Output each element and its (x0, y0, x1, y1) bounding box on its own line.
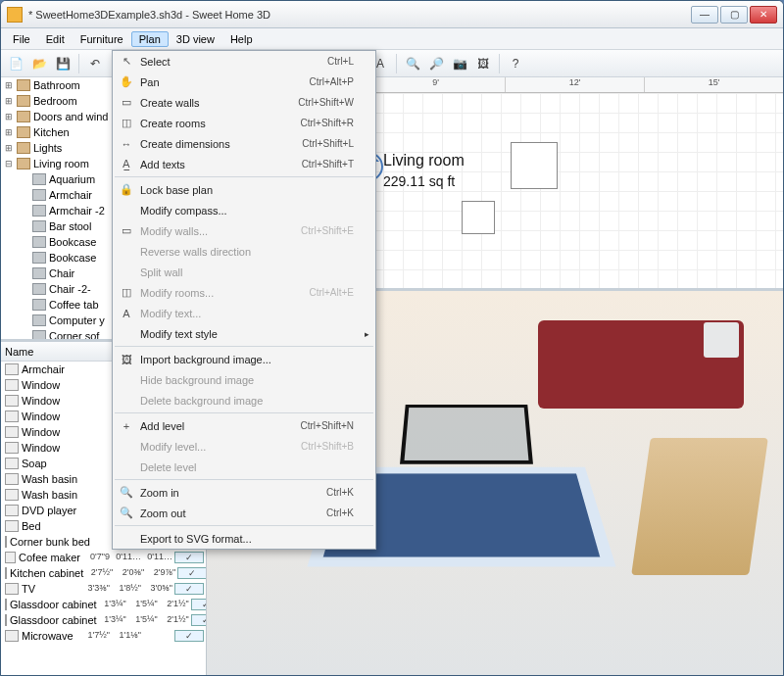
menu-shortcut: Ctrl+Alt+E (309, 287, 354, 298)
menu-item-create-walls[interactable]: ▭Create wallsCtrl+Shift+W (113, 92, 375, 113)
menu-icon: ◫ (119, 285, 134, 301)
new-button[interactable]: 📄 (5, 53, 26, 74)
photo-button[interactable]: 🖼 (472, 53, 494, 74)
menu-item-create-dimensions[interactable]: ↔Create dimensionsCtrl+Shift+L (113, 133, 375, 154)
undo-button[interactable]: ↶ (84, 53, 106, 74)
item-name: Armchair (22, 363, 65, 375)
item-icon (5, 395, 19, 407)
menu-3d-view[interactable]: 3D view (169, 31, 222, 47)
menu-label: Hide background image (140, 374, 254, 386)
menu-item-delete-level: Delete level (113, 457, 375, 477)
menu-item-select[interactable]: ↖SelectCtrl+L (113, 51, 375, 72)
item-name: Window (22, 395, 60, 407)
ruler-mark: 9' (366, 77, 505, 92)
item-icon (5, 379, 19, 391)
item-icon (32, 220, 46, 232)
zoomin-button[interactable]: 🔍 (402, 53, 423, 74)
list-row[interactable]: Microwave1'7½"1'1⅛"✓ (1, 628, 206, 644)
menu-plan[interactable]: Plan (131, 31, 169, 47)
menu-item-export-to-svg-format[interactable]: Export to SVG format... (113, 528, 375, 549)
visibility-checkbox[interactable]: ✓ (174, 552, 204, 563)
menu-item-pan[interactable]: ✋PanCtrl+Alt+P (113, 72, 375, 92)
item-icon (5, 426, 19, 438)
room-area: 229.11 sq ft (383, 173, 455, 189)
item-icon (5, 489, 19, 501)
menu-item-add-level[interactable]: +Add levelCtrl+Shift+N (113, 415, 375, 436)
folder-icon (17, 95, 30, 107)
menu-item-hide-background-image: Hide background image (113, 369, 375, 390)
tree-label: Chair (49, 267, 74, 279)
tree-label: Kitchen (33, 126, 70, 138)
menu-shortcut: Ctrl+Shift+N (301, 420, 354, 431)
camera-button[interactable]: 📷 (449, 53, 470, 74)
titlebar[interactable]: * SweetHome3DExample3.sh3d - Sweet Home … (1, 1, 783, 28)
zoomout-button[interactable]: 🔎 (425, 53, 447, 74)
menu-item-zoom-out[interactable]: 🔍Zoom outCtrl+K (113, 503, 375, 523)
menu-shortcut: Ctrl+Shift+W (298, 97, 354, 108)
menu-item-import-background-image[interactable]: 🖼Import background image... (113, 349, 375, 369)
menu-label: Modify level... (140, 441, 206, 453)
menu-item-split-wall: Split wall (113, 262, 375, 282)
visibility-checkbox[interactable]: ✓ (177, 567, 206, 579)
window-title: * SweetHome3DExample3.sh3d - Sweet Home … (28, 9, 691, 21)
menu-label: Lock base plan (140, 184, 213, 196)
save-button[interactable]: 💾 (52, 53, 74, 74)
menu-item-add-texts[interactable]: A̲Add textsCtrl+Shift+T (113, 154, 375, 174)
expand-icon[interactable]: ⊟ (5, 159, 17, 169)
list-row[interactable]: Glassdoor cabinet1'3¼"1'5¼"2'1½"✓ (1, 597, 206, 612)
open-button[interactable]: 📂 (28, 53, 50, 74)
minimize-button[interactable]: — (691, 6, 718, 24)
list-row[interactable]: Cofee maker0'7"90'11…0'11…✓ (1, 550, 206, 565)
tree-label: Doors and wind (33, 111, 108, 122)
item-name: Glassdoor cabinet (10, 599, 97, 610)
menu-help[interactable]: Help (222, 31, 261, 47)
menu-file[interactable]: File (5, 31, 38, 47)
list-row[interactable]: TV3'3⅜"1'8½"3'0⅝"✓ (1, 581, 206, 597)
expand-icon[interactable]: ⊞ (5, 112, 17, 121)
list-row[interactable]: Kitchen cabinet2'7½"2'0⅜"2'9⅞"✓ (1, 565, 206, 581)
menu-item-modify-text-style[interactable]: Modify text style▸ (113, 323, 375, 344)
menu-icon: 🔍 (119, 506, 134, 521)
coffee-table-3d (400, 405, 533, 464)
item-name: Window (22, 379, 60, 391)
window-frame: * SweetHome3DExample3.sh3d - Sweet Home … (0, 0, 784, 676)
app-icon (7, 7, 23, 23)
expand-icon[interactable]: ⊞ (5, 80, 17, 90)
menu-icon: ▭ (119, 223, 134, 239)
menu-icon: ↔ (119, 136, 134, 152)
menu-label: Modify text style (140, 328, 218, 340)
menu-furniture[interactable]: Furniture (73, 31, 131, 47)
item-icon (32, 173, 46, 185)
menu-item-zoom-in[interactable]: 🔍Zoom inCtrl+K (113, 482, 375, 503)
menu-item-modify-walls: ▭Modify walls...Ctrl+Shift+E (113, 220, 375, 241)
expand-icon[interactable]: ⊞ (5, 96, 17, 106)
folder-icon (17, 158, 30, 169)
menu-label: Export to SVG format... (140, 533, 252, 545)
visibility-checkbox[interactable]: ✓ (174, 583, 204, 595)
item-name: Cofee maker (19, 552, 80, 563)
menu-edit[interactable]: Edit (38, 31, 73, 47)
visibility-checkbox[interactable]: ✓ (191, 614, 206, 626)
item-name: TV (22, 583, 35, 595)
menu-label: Zoom in (140, 487, 179, 499)
furniture-box[interactable] (511, 142, 558, 189)
menu-label: Add texts (140, 159, 185, 170)
expand-icon[interactable]: ⊞ (5, 143, 17, 153)
menu-item-modify-compass[interactable]: Modify compass... (113, 200, 375, 220)
close-button[interactable]: ✕ (750, 6, 777, 24)
tree-label: Computer y (49, 314, 105, 326)
tree-label: Bar stool (49, 220, 91, 232)
help-button[interactable]: ? (505, 53, 526, 74)
menu-item-lock-base-plan[interactable]: 🔒Lock base plan (113, 179, 375, 200)
menu-label: Modify text... (140, 308, 201, 319)
maximize-button[interactable]: ▢ (720, 6, 748, 24)
visibility-checkbox[interactable]: ✓ (191, 599, 206, 610)
item-icon (5, 567, 7, 579)
furniture-box[interactable] (462, 201, 495, 234)
menu-item-create-rooms[interactable]: ◫Create roomsCtrl+Shift+R (113, 113, 375, 133)
tree-label: Bookcase (49, 252, 96, 264)
list-row[interactable]: Glassdoor cabinet1'3¼"1'5¼"2'1½"✓ (1, 612, 206, 628)
expand-icon[interactable]: ⊞ (5, 127, 17, 137)
menu-label: Delete level (140, 461, 196, 473)
visibility-checkbox[interactable]: ✓ (174, 630, 204, 642)
